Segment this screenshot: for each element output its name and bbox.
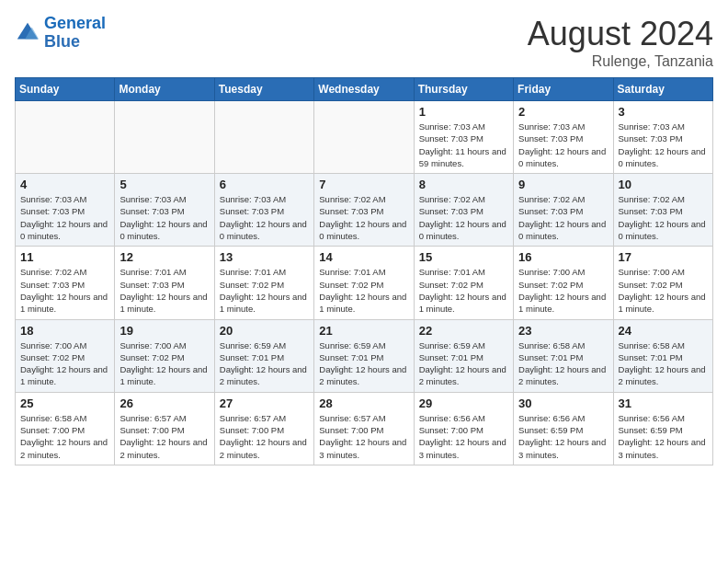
calendar-cell: 16Sunrise: 7:00 AMSunset: 7:02 PMDayligh… [514,247,613,319]
day-info: Sunrise: 7:03 AMSunset: 7:03 PMDaylight:… [518,121,608,169]
day-number: 13 [220,250,309,264]
day-number: 20 [220,324,309,338]
calendar-cell: 18Sunrise: 7:00 AMSunset: 7:02 PMDayligh… [16,319,115,392]
day-info: Sunrise: 7:00 AMSunset: 7:02 PMDaylight:… [518,266,608,315]
calendar-cell: 3Sunrise: 7:03 AMSunset: 7:03 PMDaylight… [613,101,712,174]
calendar-cell: 20Sunrise: 6:59 AMSunset: 7:01 PMDayligh… [214,319,313,392]
day-info: Sunrise: 7:02 AMSunset: 7:03 PMDaylight:… [619,193,708,242]
day-info: Sunrise: 6:59 AMSunset: 7:01 PMDaylight:… [220,339,309,388]
calendar-week-row: 4Sunrise: 7:03 AMSunset: 7:03 PMDaylight… [16,174,713,247]
day-info: Sunrise: 6:56 AMSunset: 6:59 PMDaylight:… [619,412,708,461]
logo-text: General Blue [44,15,106,52]
calendar-week-row: 25Sunrise: 6:58 AMSunset: 7:00 PMDayligh… [16,392,713,465]
calendar-cell: 22Sunrise: 6:59 AMSunset: 7:01 PMDayligh… [414,319,513,392]
calendar-cell: 1Sunrise: 7:03 AMSunset: 7:03 PMDaylight… [414,101,513,174]
day-info: Sunrise: 6:59 AMSunset: 7:01 PMDaylight:… [419,339,508,388]
day-number: 7 [319,178,408,191]
day-number: 9 [518,178,608,191]
weekday-header-thursday: Thursday [414,78,513,101]
day-info: Sunrise: 7:01 AMSunset: 7:03 PMDaylight:… [119,266,209,315]
day-info: Sunrise: 7:03 AMSunset: 7:03 PMDaylight:… [220,193,309,242]
calendar-cell: 9Sunrise: 7:02 AMSunset: 7:03 PMDaylight… [514,174,613,247]
calendar-cell: 12Sunrise: 7:01 AMSunset: 7:03 PMDayligh… [115,247,214,319]
day-number: 6 [220,178,309,191]
day-number: 27 [220,396,309,410]
day-number: 17 [619,250,708,264]
day-number: 10 [619,178,708,191]
calendar-cell: 5Sunrise: 7:03 AMSunset: 7:03 PMDaylight… [115,174,214,247]
day-info: Sunrise: 7:02 AMSunset: 7:03 PMDaylight:… [518,193,608,242]
day-number: 25 [20,396,109,410]
day-info: Sunrise: 7:03 AMSunset: 7:03 PMDaylight:… [20,193,109,242]
day-number: 22 [419,324,508,338]
calendar-cell: 8Sunrise: 7:02 AMSunset: 7:03 PMDaylight… [414,174,513,247]
calendar-cell: 13Sunrise: 7:01 AMSunset: 7:02 PMDayligh… [214,247,313,319]
day-info: Sunrise: 7:00 AMSunset: 7:02 PMDaylight:… [20,339,109,388]
day-info: Sunrise: 6:58 AMSunset: 7:00 PMDaylight:… [20,412,109,461]
logo-line2: Blue [44,33,106,52]
day-info: Sunrise: 6:58 AMSunset: 7:01 PMDaylight:… [518,339,608,388]
day-number: 15 [419,250,508,264]
day-info: Sunrise: 7:03 AMSunset: 7:03 PMDaylight:… [619,121,708,169]
day-number: 31 [619,396,708,410]
day-number: 4 [20,178,109,191]
weekday-header-monday: Monday [115,78,214,101]
weekday-header-saturday: Saturday [613,78,712,101]
day-number: 26 [119,396,209,410]
calendar-cell [314,101,414,174]
calendar-cell: 19Sunrise: 7:00 AMSunset: 7:02 PMDayligh… [115,319,214,392]
logo-icon [15,20,40,46]
calendar-week-row: 18Sunrise: 7:00 AMSunset: 7:02 PMDayligh… [16,319,713,392]
calendar-cell [115,101,214,174]
day-info: Sunrise: 6:57 AMSunset: 7:00 PMDaylight:… [119,412,209,461]
calendar-cell: 11Sunrise: 7:02 AMSunset: 7:03 PMDayligh… [16,247,115,319]
calendar-cell: 17Sunrise: 7:00 AMSunset: 7:02 PMDayligh… [613,247,712,319]
calendar-table: SundayMondayTuesdayWednesdayThursdayFrid… [15,77,713,465]
day-info: Sunrise: 7:02 AMSunset: 7:03 PMDaylight:… [319,193,408,242]
day-number: 23 [518,324,608,338]
day-info: Sunrise: 6:57 AMSunset: 7:00 PMDaylight:… [220,412,309,461]
day-info: Sunrise: 6:56 AMSunset: 7:00 PMDaylight:… [419,412,508,461]
day-number: 18 [20,324,109,338]
logo-line1: General [44,14,106,32]
calendar-cell: 4Sunrise: 7:03 AMSunset: 7:03 PMDaylight… [16,174,115,247]
calendar-cell: 27Sunrise: 6:57 AMSunset: 7:00 PMDayligh… [214,392,313,465]
weekday-header-tuesday: Tuesday [214,78,313,101]
calendar-cell [16,101,115,174]
calendar-cell: 24Sunrise: 6:58 AMSunset: 7:01 PMDayligh… [613,319,712,392]
calendar-week-row: 1Sunrise: 7:03 AMSunset: 7:03 PMDaylight… [16,101,713,174]
day-info: Sunrise: 6:57 AMSunset: 7:00 PMDaylight:… [319,412,408,461]
weekday-header-row: SundayMondayTuesdayWednesdayThursdayFrid… [16,78,713,101]
calendar-cell: 21Sunrise: 6:59 AMSunset: 7:01 PMDayligh… [314,319,414,392]
location: Rulenge, Tanzania [528,53,713,70]
day-number: 16 [518,250,608,264]
weekday-header-sunday: Sunday [16,78,115,101]
calendar-cell: 28Sunrise: 6:57 AMSunset: 7:00 PMDayligh… [314,392,414,465]
calendar-cell: 31Sunrise: 6:56 AMSunset: 6:59 PMDayligh… [613,392,712,465]
day-info: Sunrise: 6:59 AMSunset: 7:01 PMDaylight:… [319,339,408,388]
day-number: 12 [119,250,209,264]
day-number: 28 [319,396,408,410]
month-title: August 2024 [528,15,713,53]
day-number: 2 [518,105,608,119]
day-number: 29 [419,396,508,410]
day-info: Sunrise: 7:00 AMSunset: 7:02 PMDaylight:… [619,266,708,315]
weekday-header-wednesday: Wednesday [314,78,414,101]
calendar-cell [214,101,313,174]
calendar-cell: 7Sunrise: 7:02 AMSunset: 7:03 PMDaylight… [314,174,414,247]
calendar-cell: 30Sunrise: 6:56 AMSunset: 6:59 PMDayligh… [514,392,613,465]
logo: General Blue [15,15,106,52]
calendar-cell: 14Sunrise: 7:01 AMSunset: 7:02 PMDayligh… [314,247,414,319]
day-info: Sunrise: 7:00 AMSunset: 7:02 PMDaylight:… [119,339,209,388]
day-info: Sunrise: 7:03 AMSunset: 7:03 PMDaylight:… [419,121,508,169]
day-info: Sunrise: 6:56 AMSunset: 6:59 PMDaylight:… [518,412,608,461]
calendar-week-row: 11Sunrise: 7:02 AMSunset: 7:03 PMDayligh… [16,247,713,319]
day-number: 19 [119,324,209,338]
day-info: Sunrise: 7:02 AMSunset: 7:03 PMDaylight:… [419,193,508,242]
day-info: Sunrise: 6:58 AMSunset: 7:01 PMDaylight:… [619,339,708,388]
calendar-cell: 23Sunrise: 6:58 AMSunset: 7:01 PMDayligh… [514,319,613,392]
calendar-cell: 10Sunrise: 7:02 AMSunset: 7:03 PMDayligh… [613,174,712,247]
day-number: 5 [119,178,209,191]
calendar-cell: 29Sunrise: 6:56 AMSunset: 7:00 PMDayligh… [414,392,513,465]
day-info: Sunrise: 7:03 AMSunset: 7:03 PMDaylight:… [119,193,209,242]
